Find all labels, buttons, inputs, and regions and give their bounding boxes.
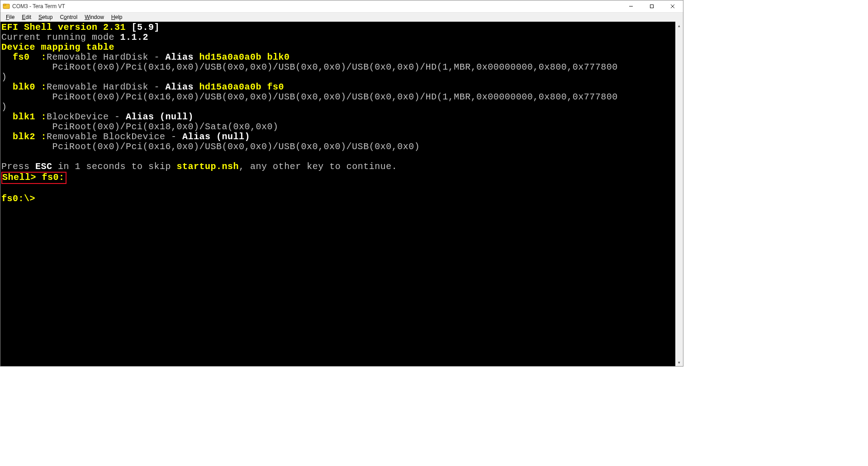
titlebar[interactable]: COM3 - Tera Term VT [0,0,683,13]
tera-term-window: COM3 - Tera Term VT File Edit Setup Cont… [0,0,683,367]
blk0-type: Removable HardDisk - [47,82,166,92]
press-esc-key: ESC [35,161,52,172]
startup-nsh: startup.nsh [177,161,239,172]
blk2-type: Removable BlockDevice - [47,132,182,142]
menu-setup[interactable]: Setup [35,13,56,21]
running-mode-value: 1.1.2 [120,32,149,42]
efi-shell-build: [5.9] [132,22,160,33]
blk1-label: blk1 : [1,112,47,122]
fs0-type: Removable HardDisk - [47,52,166,62]
scroll-track[interactable] [675,29,683,358]
fs0-label: fs0 : [1,52,47,62]
menu-file[interactable]: File [2,13,18,21]
blk2-label: blk2 : [1,132,47,142]
menu-window[interactable]: Window [81,13,108,21]
press-esc-c: in 1 seconds to skip [52,161,177,172]
blk1-alias-value: (null) [160,112,194,122]
blk0-alias-word: Alias [166,82,199,92]
blk0-path-cont: ) [1,102,7,112]
blk0-path: PciRoot(0x0)/Pci(0x16,0x0)/USB(0x0,0x0)/… [1,92,618,102]
maximize-button[interactable] [641,0,662,12]
blk2-alias-value: (null) [216,132,250,142]
shell-command: fs0: [42,172,65,183]
fs0-prompt: fs0:\> [1,193,35,204]
menu-help[interactable]: Help [108,13,126,21]
blk1-path: PciRoot(0x0)/Pci(0x18,0x0)/Sata(0x0,0x0) [1,122,279,132]
device-mapping-header: Device mapping table [1,42,114,52]
press-esc-e: , any other key to continue. [239,161,397,172]
window-controls [621,0,683,12]
efi-shell-version: EFI Shell version 2.31 [1,22,132,33]
fs0-path: PciRoot(0x0)/Pci(0x16,0x0)/USB(0x0,0x0)/… [1,62,618,72]
minimize-button[interactable] [621,0,641,12]
scroll-up-button[interactable]: ▴ [675,22,683,29]
menu-control[interactable]: Control [56,13,81,21]
running-mode-label: Current running mode [1,32,120,42]
blk2-alias-word: Alias [182,132,216,142]
fs0-path-cont: ) [1,72,7,82]
highlighted-command: Shell> fs0: [1,172,66,184]
terminal[interactable]: EFI Shell version 2.31 [5.9] Current run… [0,22,675,366]
vertical-scrollbar[interactable]: ▴ ▾ [675,22,683,366]
blk1-type: BlockDevice - [47,112,126,122]
close-button[interactable] [662,0,683,12]
app-icon [3,3,10,10]
menu-edit[interactable]: Edit [18,13,35,21]
scroll-down-button[interactable]: ▾ [675,358,683,366]
window-title: COM3 - Tera Term VT [12,3,65,9]
menubar: File Edit Setup Control Window Help [0,13,683,22]
blk0-label: blk0 : [1,82,47,92]
fs0-alias-word: Alias [166,52,199,62]
terminal-area: EFI Shell version 2.31 [5.9] Current run… [0,22,683,366]
blk2-path: PciRoot(0x0)/Pci(0x16,0x0)/USB(0x0,0x0)/… [1,141,420,152]
fs0-alias-value: hd15a0a0a0b blk0 [199,52,290,62]
svg-rect-1 [3,4,6,5]
shell-prompt: Shell> [2,172,42,183]
svg-rect-3 [650,5,654,8]
blk0-alias-value: hd15a0a0a0b fs0 [199,82,285,92]
blk1-alias-word: Alias [126,112,160,122]
press-esc-a: Press [1,161,35,172]
